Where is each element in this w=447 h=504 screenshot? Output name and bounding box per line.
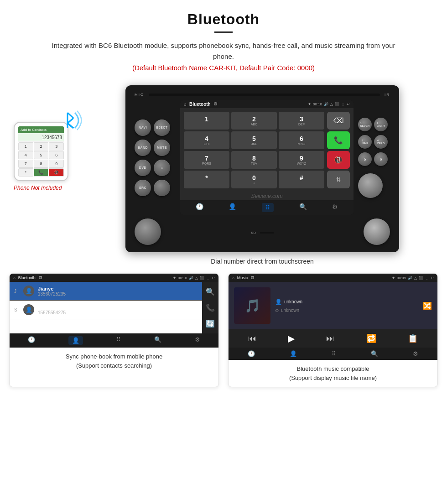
pb-nav-search[interactable]: 🔍: [154, 336, 161, 345]
sd-slot[interactable]: [260, 232, 274, 234]
delete-button[interactable]: ⌫: [327, 112, 350, 130]
dial-key-3[interactable]: 3DEF: [279, 112, 324, 130]
pb-nav-contacts[interactable]: 👤: [68, 336, 83, 345]
music-triangle-icon: △: [414, 276, 417, 280]
music-content: 🎵 👤 unknown ⊙ unknown 🔀: [229, 282, 437, 329]
src-button[interactable]: SRC: [135, 180, 151, 196]
music-controls: ⏮ ▶ ⏭ 🔁 📋: [229, 329, 437, 348]
right-btn-3nine[interactable]: 3NINE: [358, 135, 372, 149]
music-nav-contacts[interactable]: 👤: [290, 350, 297, 357]
pb-call-icon[interactable]: 📞: [206, 303, 215, 312]
right-btn-1seven[interactable]: 1SEVEN: [358, 118, 372, 131]
screen-app-name: Bluetooth: [189, 102, 211, 107]
music-bt-icon: ★: [392, 276, 395, 280]
ir-label: IR: [385, 93, 390, 97]
music-nav-settings[interactable]: ⚙: [413, 350, 418, 357]
eject-button[interactable]: EJECT: [154, 120, 170, 136]
end-call-button[interactable]: 📵: [327, 151, 350, 169]
dial-key-9[interactable]: 9WXYZ: [279, 151, 324, 169]
pb-icon2: ⬛: [200, 276, 204, 280]
music-home-icon[interactable]: ⌂: [232, 276, 234, 280]
phone-key-9[interactable]: 9: [49, 160, 64, 168]
nav-clock-icon[interactable]: 🕐: [196, 203, 203, 212]
pb-home-icon[interactable]: ⌂: [13, 276, 16, 280]
navi-button[interactable]: NAVI: [135, 120, 151, 136]
left-volume-knob[interactable]: [135, 218, 161, 245]
phone-key-call[interactable]: 📞: [34, 168, 49, 177]
dial-key-6[interactable]: 6MNO: [279, 131, 324, 149]
pb-search-icon[interactable]: 🔍: [206, 287, 215, 296]
dial-key-0[interactable]: 0+: [231, 171, 277, 188]
music-nav-search[interactable]: 🔍: [371, 350, 378, 357]
next-track-button[interactable]: ⏭: [326, 334, 334, 343]
dial-key-star[interactable]: *: [184, 171, 229, 188]
pb-nav-dialpad[interactable]: ⠿: [116, 336, 121, 345]
right-controls: 1SEVEN 2EIGHT 3NINE 4ZERO 5 6: [358, 118, 390, 198]
prev-track-button[interactable]: ⏮: [248, 334, 256, 343]
nav-search-icon[interactable]: 🔍: [299, 203, 307, 212]
pb-number-jianye: 13560725235: [38, 291, 198, 296]
pb-back-icon[interactable]: ↩: [212, 276, 215, 280]
screen-home-icon[interactable]: ⌂: [184, 102, 187, 107]
pb-row-seicane[interactable]: S 👤 Seicane 15875554275: [10, 301, 202, 319]
dial-key-7[interactable]: 7PQRS: [184, 151, 229, 169]
play-button[interactable]: ▶: [288, 333, 295, 344]
phone-key-1[interactable]: 1: [18, 142, 33, 151]
phone-key-7[interactable]: 7: [18, 160, 33, 168]
phone-key-star[interactable]: *: [18, 168, 33, 177]
right-btn-2eight[interactable]: 2EIGHT: [374, 118, 388, 131]
screen-status-bar: ⌂ Bluetooth 🖼 ★ 00:10 🔊 △ ⬛ ⋮ ↩: [180, 100, 353, 108]
screen-back-icon[interactable]: ↩: [347, 102, 350, 106]
repeat-button[interactable]: 🔁: [366, 333, 376, 343]
pb-row-jianye[interactable]: J 👤 Jianye 13560725235: [10, 282, 202, 301]
right-knob[interactable]: [358, 173, 383, 198]
pb-nav-settings[interactable]: ⚙: [195, 336, 200, 345]
car-unit-wrapper: MIC IR NAVI EJECT BAND MUTE: [91, 85, 433, 273]
nav-settings-icon[interactable]: ⚙: [332, 203, 338, 212]
page-description: Integrated with BC6 Bluetooth module, su…: [50, 40, 397, 62]
nav-dialpad-icon[interactable]: ⠿: [262, 203, 274, 212]
mute-button[interactable]: MUTE: [154, 140, 170, 156]
phone-key-3[interactable]: 3: [49, 142, 64, 151]
dial-key-4[interactable]: 4GHI: [184, 131, 229, 149]
music-back-icon[interactable]: ↩: [431, 276, 434, 280]
pb-vol-icon: 🔊: [189, 276, 193, 280]
dial-key-8[interactable]: 8TUV: [231, 151, 277, 169]
phone-key-8[interactable]: 8: [34, 160, 49, 168]
main-caption: Dial number direct from touchscreen: [211, 258, 314, 265]
nav-contacts-icon[interactable]: 👤: [229, 203, 236, 212]
add-contacts-label: Add to Contacts: [21, 128, 47, 132]
right-btn-6[interactable]: 6: [374, 152, 388, 166]
dvd-button[interactable]: DVD: [135, 160, 151, 176]
home-button[interactable]: ⌂: [154, 160, 170, 176]
dial-key-5[interactable]: 5JKL: [231, 131, 277, 149]
transfer-button[interactable]: ⇅: [327, 171, 350, 188]
right-btn-5[interactable]: 5: [358, 152, 372, 166]
pb-nav-clock[interactable]: 🕐: [28, 336, 35, 345]
phone-key-4[interactable]: 4: [18, 151, 33, 159]
pb-number-seicane: 15875554275: [38, 310, 198, 315]
unit-screen: ⌂ Bluetooth 🖼 ★ 00:10 🔊 △ ⬛ ⋮ ↩: [180, 100, 353, 215]
music-nav-dialpad[interactable]: ⠿: [332, 350, 336, 357]
dial-key-hash[interactable]: #: [279, 171, 324, 188]
phone-key-end[interactable]: 📵: [49, 168, 64, 177]
music-caption-line2: (Support display music file name): [289, 374, 377, 381]
pb-sync-icon[interactable]: 🔄: [206, 319, 215, 328]
call-button[interactable]: 📞: [327, 131, 350, 149]
phone-key-2[interactable]: 2: [34, 142, 49, 151]
playlist-button[interactable]: 📋: [408, 333, 418, 343]
band-button[interactable]: BAND: [135, 140, 151, 156]
music-nav-clock[interactable]: 🕐: [248, 350, 255, 357]
phone-key-5[interactable]: 5: [34, 151, 49, 159]
pb-bt-icon: ★: [173, 276, 176, 280]
dial-key-1[interactable]: 1: [184, 112, 229, 130]
right-volume-knob[interactable]: [364, 218, 390, 245]
dial-actions: ⌫ 📞 📵 ⇅: [327, 112, 350, 188]
phone-key-6[interactable]: 6: [49, 151, 64, 159]
left-controls: NAVI EJECT BAND MUTE DVD ⌂ SRC: [135, 120, 176, 196]
right-btn-4zero[interactable]: 4ZERO: [374, 135, 388, 149]
dial-key-2[interactable]: 2ABC: [231, 112, 277, 130]
music-shuffle-icon[interactable]: 🔀: [423, 301, 432, 310]
screen-icon1: 🖼: [213, 102, 217, 106]
extra-button[interactable]: [154, 180, 170, 196]
